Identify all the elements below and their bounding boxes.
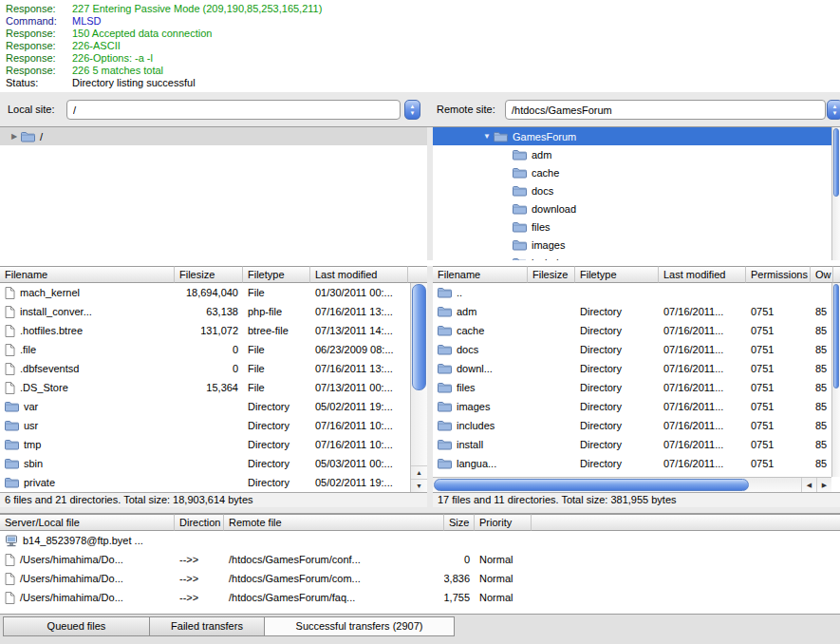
- scroll-right-icon[interactable]: ▶: [816, 478, 831, 492]
- cell-type: Directory: [575, 454, 659, 473]
- column-header-filesize[interactable]: Filesize: [528, 266, 575, 283]
- file-row[interactable]: installDirectory07/16/2011...075185: [433, 435, 831, 454]
- local-list-scrollbar[interactable]: ▲ ▼: [410, 283, 427, 492]
- scrollbar-thumb[interactable]: [833, 128, 839, 197]
- cell-text: Directory: [580, 325, 622, 336]
- file-row[interactable]: sbinDirectory05/03/2011 00:...: [0, 454, 410, 473]
- tree-item-label: images: [532, 239, 565, 251]
- tree-item-files[interactable]: files: [433, 218, 831, 236]
- cell-size: [175, 473, 243, 492]
- disclosure-triangle-icon[interactable]: ▼: [480, 132, 494, 141]
- remote-list-scrollbar[interactable]: [831, 283, 840, 477]
- file-row[interactable]: varDirectory05/02/2011 19:...: [0, 397, 410, 416]
- remote-site-stepper[interactable]: ▲ ▼: [827, 100, 840, 120]
- file-row[interactable]: .dbfseventsd0File07/16/2011 13:...: [0, 359, 410, 378]
- cell-text: 0751: [751, 344, 774, 355]
- column-header-permissions[interactable]: Permissions: [746, 266, 811, 283]
- tree-item-images[interactable]: images: [433, 236, 831, 254]
- file-row[interactable]: .hotfiles.btree131,072btree-file07/13/20…: [0, 321, 410, 340]
- queue-divider[interactable]: [0, 507, 840, 514]
- tree-item-download[interactable]: download: [433, 199, 831, 218]
- file-row[interactable]: cacheDirectory07/16/2011...075185: [433, 321, 831, 340]
- cell-text: tmp: [24, 439, 41, 450]
- column-header-last-modified[interactable]: Last modified: [310, 266, 408, 283]
- scrollbar-thumb[interactable]: [434, 479, 749, 491]
- folder-icon: [513, 203, 527, 215]
- tree-item-label: cache: [532, 167, 559, 179]
- tree-item-cache[interactable]: cache: [433, 163, 831, 181]
- column-header-filetype[interactable]: Filetype: [575, 266, 659, 283]
- scroll-left-icon[interactable]: ◀: [801, 478, 816, 492]
- cell-owner: [811, 283, 831, 302]
- file-row[interactable]: docsDirectory07/16/2011...075185: [433, 340, 831, 359]
- local-site-input[interactable]: [66, 100, 401, 120]
- queue-row[interactable]: /Users/himahima/Do...-->>/htdocs/GamesFo…: [0, 588, 840, 607]
- log-label: Status:: [6, 77, 72, 89]
- tree-item-includes[interactable]: includes: [433, 254, 831, 260]
- column-header-size[interactable]: Size: [444, 514, 475, 531]
- column-header-direction[interactable]: Direction: [175, 514, 224, 531]
- tree-item-adm[interactable]: adm: [433, 145, 831, 163]
- column-header-filesize[interactable]: Filesize: [175, 266, 243, 283]
- cell-text: 0751: [751, 363, 774, 374]
- file-row[interactable]: .DS_Store15,364File07/13/2011 00:...: [0, 378, 410, 397]
- file-row[interactable]: usrDirectory07/16/2011 10:...: [0, 416, 410, 435]
- file-row[interactable]: admDirectory07/16/2011...075185: [433, 302, 831, 321]
- cell-text: mach_kernel: [20, 287, 80, 298]
- file-row[interactable]: privateDirectory05/02/2011 19:...: [0, 473, 410, 492]
- local-site-stepper[interactable]: ▲ ▼: [404, 100, 420, 120]
- scrollbar-thumb[interactable]: [412, 284, 426, 390]
- tab-successful-transfers[interactable]: Successful transfers (2907): [264, 616, 455, 636]
- column-header-remote-file[interactable]: Remote file: [224, 514, 444, 531]
- tree-item-gamesforum[interactable]: ▼GamesForum: [433, 127, 831, 145]
- cell-text: btree-file: [248, 325, 289, 336]
- folder-icon: [513, 221, 527, 233]
- file-row[interactable]: tmpDirectory07/16/2011 10:...: [0, 435, 410, 454]
- file-row[interactable]: filesDirectory07/16/2011...075185: [433, 378, 831, 397]
- queue-row[interactable]: b14_8523978@ftp.byet ...: [0, 531, 840, 550]
- remote-site-input[interactable]: [505, 100, 826, 120]
- scroll-up-icon[interactable]: ▲: [411, 465, 427, 479]
- file-row[interactable]: ..: [433, 283, 831, 302]
- file-row[interactable]: includesDirectory07/16/2011...075185: [433, 416, 831, 435]
- column-header-last-modified[interactable]: Last modified: [659, 266, 746, 283]
- remote-file-rows: ..admDirectory07/16/2011...075185cacheDi…: [433, 283, 831, 492]
- cell-text: 0751: [751, 420, 774, 431]
- remote-list-hscrollbar[interactable]: ◀ ▶: [433, 477, 831, 492]
- file-row[interactable]: imagesDirectory07/16/2011...075185: [433, 397, 831, 416]
- cell-modified: 05/02/2011 19:...: [310, 473, 408, 492]
- cell-direction: -->>: [175, 569, 224, 588]
- log-label: Response:: [6, 65, 72, 77]
- cell-owner: 85: [811, 321, 831, 340]
- cell-permissions: 0751: [746, 454, 811, 473]
- tree-item-root[interactable]: ▶/: [0, 127, 427, 145]
- scroll-down-icon[interactable]: ▼: [411, 479, 427, 492]
- cell-modified: 07/16/2011...: [659, 416, 746, 435]
- cell-permissions: 0751: [746, 321, 811, 340]
- scrollbar-thumb[interactable]: [833, 284, 839, 388]
- cell-text: downl...: [457, 363, 493, 374]
- cell-size: [175, 435, 243, 454]
- disclosure-triangle-icon[interactable]: ▶: [8, 132, 21, 141]
- queue-row[interactable]: /Users/himahima/Do...-->>/htdocs/GamesFo…: [0, 550, 840, 569]
- file-row[interactable]: install_conver...63,138php-file07/16/201…: [0, 302, 410, 321]
- file-row[interactable]: .file0File06/23/2009 08:...: [0, 340, 410, 359]
- column-header-filename[interactable]: Filename: [0, 266, 175, 283]
- queue-row[interactable]: /Users/himahima/Do...-->>/htdocs/GamesFo…: [0, 569, 840, 588]
- cell-local: /Users/himahima/Do...: [0, 550, 175, 569]
- tree-item-docs[interactable]: docs: [433, 181, 831, 199]
- tab-queued-files[interactable]: Queued files: [3, 616, 150, 636]
- cell-text: 07/16/2011 13:...: [315, 363, 393, 374]
- file-row[interactable]: langua...Directory07/16/2011...075185: [433, 454, 831, 473]
- remote-tree-scrollbar[interactable]: [831, 127, 840, 260]
- cell-text: -->>: [179, 554, 198, 565]
- column-header-server-local-file[interactable]: Server/Local file: [0, 514, 175, 531]
- column-header-filetype[interactable]: Filetype: [243, 266, 310, 283]
- column-header-priority[interactable]: Priority: [475, 514, 532, 531]
- column-header-ow[interactable]: Ow: [811, 266, 833, 283]
- column-header-filename[interactable]: Filename: [433, 266, 528, 283]
- file-row[interactable]: mach_kernel18,694,040File01/30/2011 00:.…: [0, 283, 410, 302]
- file-row[interactable]: downl...Directory07/16/2011...075185: [433, 359, 831, 378]
- tab-failed-transfers[interactable]: Failed transfers: [149, 616, 265, 636]
- cell-size: 63,138: [175, 302, 243, 321]
